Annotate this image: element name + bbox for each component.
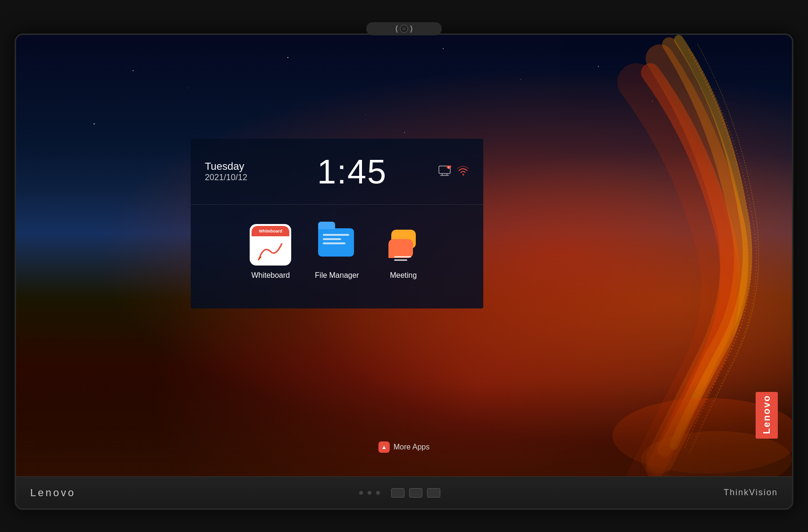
horizon-glow (16, 382, 792, 476)
day-label: Tuesday (205, 160, 247, 173)
lenovo-screen-badge-text: Lenovo (761, 395, 772, 434)
bracket-right: ) (410, 25, 412, 33)
whiteboard-app[interactable]: Whiteboard Whiteboard (250, 224, 291, 280)
time-display: 1:45 (266, 152, 438, 191)
svg-point-8 (463, 174, 464, 175)
more-apps-button[interactable]: ▲ More Apps (379, 441, 429, 453)
file-manager-icon (316, 224, 358, 266)
date-section: Tuesday 2021/10/12 (205, 160, 247, 183)
apps-panel: Whiteboard Whiteboard (191, 205, 483, 299)
webcam-lens (400, 25, 408, 33)
screen: Tuesday 2021/10/12 1:45 2 (16, 35, 792, 476)
status-icons: 2 (438, 166, 469, 178)
clock-panel: Tuesday 2021/10/12 1:45 2 (191, 139, 483, 205)
bezel-power-dot[interactable] (359, 491, 363, 495)
more-apps-label: More Apps (394, 443, 429, 451)
monitor-frame: Tuesday 2021/10/12 1:45 2 (15, 33, 793, 510)
lenovo-screen-badge: Lenovo (756, 392, 778, 439)
bezel-button-2[interactable] (409, 488, 422, 498)
file-manager-label: File Manager (315, 271, 359, 280)
lenovo-bezel-logo: Lenovo (30, 487, 76, 499)
date-label: 2021/10/12 (205, 173, 247, 183)
meeting-icon (383, 224, 424, 266)
monitor-status-icon[interactable]: 2 (438, 166, 451, 178)
thinkvision-logo: ThinkVision (724, 488, 778, 498)
more-apps-arrow-icon: ▲ (379, 441, 390, 453)
file-manager-app[interactable]: File Manager (315, 224, 359, 280)
bracket-left: ( (396, 25, 398, 33)
bezel-dot-2 (368, 491, 371, 495)
webcam-bar: ( ) (366, 22, 442, 35)
bezel-dot-3 (376, 491, 380, 495)
meeting-label: Meeting (390, 271, 417, 280)
bezel-button-3[interactable] (427, 488, 440, 498)
bottom-bezel: Lenovo ThinkVision (16, 476, 792, 508)
whiteboard-label: Whiteboard (251, 271, 290, 280)
bezel-controls (359, 488, 440, 498)
bezel-button-1[interactable] (391, 488, 404, 498)
wifi-status-icon[interactable] (457, 166, 469, 178)
meeting-app[interactable]: Meeting (383, 224, 424, 280)
whiteboard-icon: Whiteboard (250, 224, 291, 266)
